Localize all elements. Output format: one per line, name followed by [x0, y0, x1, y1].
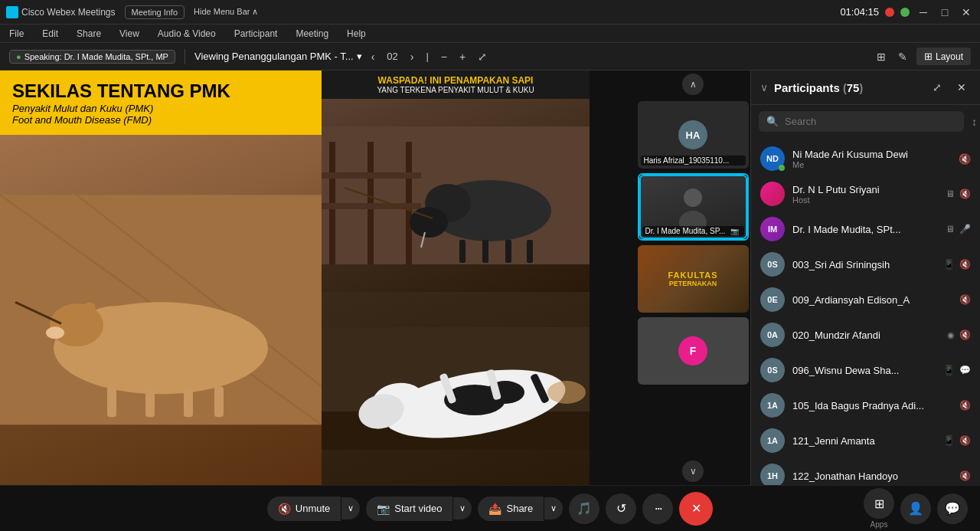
- collapse-icon[interactable]: ∨: [760, 81, 768, 93]
- start-video-button[interactable]: 📷 Start video: [366, 497, 452, 521]
- participant-info-0a: 020_Mundzir Afandi: [792, 329, 939, 341]
- end-call-button[interactable]: ✕: [679, 492, 713, 526]
- fullscreen-button[interactable]: ⤢: [475, 51, 490, 63]
- cisco-icon: [6, 6, 18, 18]
- participant-role-nd: Me: [792, 160, 951, 169]
- cow-lying-illustration: [322, 292, 590, 485]
- unmute-caret[interactable]: ∨: [341, 497, 360, 520]
- mute-icon-0a: 🔇: [959, 329, 971, 340]
- participant-item-0e[interactable]: 0E 009_Ardiansyah Edison_A 🔇: [751, 282, 980, 317]
- mute-icon-nd: 🔇: [959, 153, 971, 165]
- participant-item-1a[interactable]: 1A 105_Ida Bagus Pradnya Adi... 🔇: [751, 388, 980, 423]
- unmute-button[interactable]: 🔇 Unmute: [267, 497, 341, 521]
- menu-help[interactable]: Help: [344, 28, 369, 39]
- tile-label-mudita: Dr. I Made Mudita, SP... 📷: [642, 226, 744, 236]
- layout-button[interactable]: ⊞ Layout: [916, 48, 971, 65]
- panel-title: Participants (75): [774, 81, 922, 94]
- sort-button[interactable]: ↕: [972, 116, 977, 128]
- participant-item-nd[interactable]: ND Ni Made Ari Kusuma Dewi Me 🔇: [751, 141, 980, 176]
- clock-display: 01:04:15: [840, 6, 879, 18]
- participants-button[interactable]: 👤: [900, 493, 931, 524]
- title-bar-right: 01:04:15 ─ □ ✕: [840, 5, 974, 20]
- menu-edit[interactable]: Edit: [39, 28, 61, 39]
- menu-share[interactable]: Share: [74, 28, 104, 39]
- video-tile-mudita[interactable]: Dr. I Made Mudita, SP... 📷: [638, 173, 749, 241]
- menu-meeting[interactable]: Meeting: [292, 28, 332, 39]
- end-call-icon: ✕: [691, 501, 701, 516]
- avatar-1a: 1A: [760, 393, 785, 418]
- video-icon: 📷: [377, 503, 390, 515]
- svg-rect-24: [459, 240, 466, 263]
- more-options-button[interactable]: ···: [642, 493, 673, 524]
- nav-prev-button[interactable]: ‹: [368, 51, 378, 63]
- svg-rect-27: [527, 240, 533, 263]
- menu-file[interactable]: File: [6, 28, 27, 39]
- menu-bar: File Edit Share View Audio & Video Parti…: [0, 25, 980, 43]
- menu-participant[interactable]: Participant: [231, 28, 281, 39]
- phone-icon-0s: 📱: [943, 259, 955, 270]
- menu-audio-video[interactable]: Audio & Video: [155, 28, 219, 39]
- participant-item-0a[interactable]: 0A 020_Mundzir Afandi ◉ 🔇: [751, 317, 980, 352]
- svg-rect-26: [505, 240, 511, 263]
- participant-item-1a2[interactable]: 1A 121_Jenni Amanta 📱 🔇: [751, 423, 980, 458]
- start-video-button-group: 📷 Start video ∨: [366, 497, 472, 521]
- participant-icons-0s: 📱 🔇: [943, 259, 971, 270]
- avatar-0s: 0S: [760, 252, 785, 277]
- close-button[interactable]: ✕: [959, 5, 974, 20]
- participant-item-0s2[interactable]: 0S 096_Wisnu Dewa Sha... 📱 💬: [751, 352, 980, 388]
- title-bar: Cisco Webex Meetings Meeting Info Hide M…: [0, 0, 980, 25]
- video-caret[interactable]: ∨: [453, 497, 472, 520]
- participant-icons-imm: 🖥 🎤: [946, 224, 971, 234]
- sync-button[interactable]: ↺: [606, 493, 636, 524]
- participant-name-0a: 020_Mundzir Afandi: [792, 329, 939, 341]
- share-caret[interactable]: ∨: [544, 497, 563, 520]
- minimize-button[interactable]: ─: [916, 5, 931, 20]
- restore-button[interactable]: □: [937, 5, 952, 20]
- expand-panel-button[interactable]: ⤢: [928, 78, 946, 97]
- noise-icon: 🎵: [577, 501, 592, 516]
- participant-item-nlp[interactable]: Dr. N L Putu Sriyani Host 🖥 🔇: [751, 176, 980, 211]
- participant-item-1h[interactable]: 1H 122_Jonathan Handoyo 🔇: [751, 458, 980, 485]
- close-panel-button[interactable]: ✕: [952, 78, 971, 97]
- share-button[interactable]: 📤 Share: [478, 497, 544, 521]
- more-icon: ···: [655, 500, 662, 516]
- menu-view[interactable]: View: [116, 28, 142, 39]
- scroll-down-button[interactable]: ∨: [682, 461, 704, 482]
- meeting-info-button[interactable]: Meeting Info: [125, 5, 185, 19]
- page-number: 02: [384, 51, 400, 62]
- university-text: FAKULTAS PETERNAKAN: [668, 270, 717, 287]
- chat-button[interactable]: 💬: [937, 493, 968, 524]
- hide-menu-button[interactable]: Hide Menu Bar ∧: [194, 7, 258, 17]
- zoom-minus-button[interactable]: −: [438, 51, 450, 63]
- participant-item-0s[interactable]: 0S 003_Sri Adi Sriningsih 📱 🔇: [751, 247, 980, 282]
- svg-rect-25: [482, 240, 488, 263]
- zoom-plus-button[interactable]: +: [456, 51, 469, 63]
- participant-item-imm[interactable]: IM Dr. I Made Mudita, SPt... 🖥 🎤: [751, 211, 980, 247]
- participant-name-nd: Ni Made Ari Kusuma Dewi: [792, 149, 951, 160]
- unmute-button-group: 🔇 Unmute ∨: [267, 497, 361, 521]
- participant-info-imm: Dr. I Made Mudita, SPt...: [792, 224, 938, 235]
- apps-button[interactable]: ⊞ Apps: [864, 488, 894, 529]
- search-input[interactable]: [785, 116, 956, 127]
- avatar-0a: 0A: [760, 323, 785, 347]
- svg-rect-8: [145, 387, 155, 418]
- grid-view-button[interactable]: ⊞: [874, 51, 889, 63]
- video-tile-female[interactable]: F: [638, 317, 749, 385]
- scroll-up-button[interactable]: ∧: [682, 74, 704, 95]
- app-logo: Cisco Webex Meetings: [6, 6, 116, 18]
- participant-name-1a2: 121_Jenni Amanta: [792, 435, 936, 447]
- phone-icon-0s2: 📱: [943, 365, 955, 375]
- annotate-button[interactable]: ✎: [895, 51, 910, 63]
- svg-point-21: [410, 207, 448, 238]
- page-separator: |: [423, 51, 431, 62]
- participant-info-0s2: 096_Wisnu Dewa Sha...: [792, 365, 936, 376]
- toolbar: ● Speaking: Dr. I Made Mudita, SPt., MP …: [0, 43, 980, 70]
- video-tile-haris[interactable]: HA Haris Afrizal_19035110...: [638, 101, 749, 169]
- participant-name-1h: 122_Jonathan Handoyo: [792, 470, 952, 482]
- noise-button[interactable]: 🎵: [569, 493, 599, 524]
- svg-point-11: [46, 327, 64, 339]
- video-tile-fakultas[interactable]: FAKULTAS PETERNAKAN: [638, 245, 749, 313]
- participant-info-1a2: 121_Jenni Amanta: [792, 435, 936, 447]
- nav-next-button[interactable]: ›: [407, 51, 417, 63]
- camera-icon: 📷: [730, 228, 739, 235]
